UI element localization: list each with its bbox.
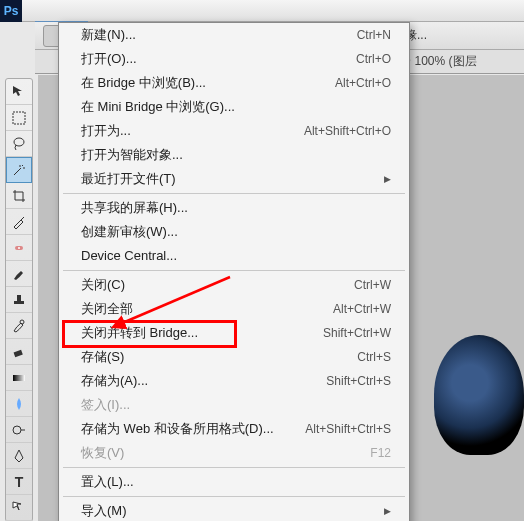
eyedropper-tool-icon[interactable] — [6, 209, 32, 235]
file-menu-item[interactable]: 关闭(C)Ctrl+W — [59, 273, 409, 297]
menu-item-shortcut: Ctrl+N — [357, 26, 391, 44]
menu-item-label: 共享我的屏幕(H)... — [81, 199, 188, 217]
history-brush-tool-icon[interactable] — [6, 313, 32, 339]
menu-item-shortcut: ▶ — [384, 170, 391, 188]
menu-item-label: 存储为(A)... — [81, 372, 148, 390]
menu-item-shortcut: F12 — [370, 444, 391, 462]
lasso-tool-icon[interactable] — [6, 131, 32, 157]
menu-item-shortcut: Ctrl+O — [356, 50, 391, 68]
file-menu-item: 签入(I)... — [59, 393, 409, 417]
photoshop-icon: Ps — [0, 0, 22, 22]
file-menu-item[interactable]: 共享我的屏幕(H)... — [59, 196, 409, 220]
tools-panel: T — [5, 78, 33, 521]
menu-item-label: 存储(S) — [81, 348, 124, 366]
gradient-tool-icon[interactable] — [6, 365, 32, 391]
svg-point-8 — [13, 426, 21, 434]
move-tool-icon[interactable] — [6, 79, 32, 105]
blur-tool-icon[interactable] — [6, 391, 32, 417]
title-bar: Ps — [0, 0, 524, 22]
menu-item-shortcut: Shift+Ctrl+S — [326, 372, 391, 390]
brush-tool-icon[interactable] — [6, 261, 32, 287]
file-menu-item: 恢复(V)F12 — [59, 441, 409, 465]
menu-item-label: Device Central... — [81, 247, 177, 265]
type-tool-icon[interactable]: T — [6, 469, 32, 495]
svg-rect-4 — [14, 301, 24, 304]
menu-item-label: 创建新审核(W)... — [81, 223, 178, 241]
menu-separator — [63, 496, 405, 497]
menu-item-label: 恢复(V) — [81, 444, 124, 462]
svg-rect-6 — [14, 349, 23, 356]
dodge-tool-icon[interactable] — [6, 417, 32, 443]
file-menu-item[interactable]: 打开为...Alt+Shift+Ctrl+O — [59, 119, 409, 143]
menu-item-label: 新建(N)... — [81, 26, 136, 44]
menu-item-label: 置入(L)... — [81, 473, 134, 491]
menu-item-shortcut: Ctrl+W — [354, 276, 391, 294]
menu-item-label: 打开(O)... — [81, 50, 137, 68]
menu-item-shortcut: Alt+Ctrl+O — [335, 74, 391, 92]
file-menu-item[interactable]: 打开(O)...Ctrl+O — [59, 47, 409, 71]
menu-item-label: 关闭(C) — [81, 276, 125, 294]
file-menu-item[interactable]: 关闭全部Alt+Ctrl+W — [59, 297, 409, 321]
menu-separator — [63, 270, 405, 271]
file-menu-item[interactable]: 关闭并转到 Bridge...Shift+Ctrl+W — [59, 321, 409, 345]
file-menu-item[interactable]: 存储为 Web 和设备所用格式(D)...Alt+Shift+Ctrl+S — [59, 417, 409, 441]
svg-rect-3 — [17, 295, 21, 301]
stamp-tool-icon[interactable] — [6, 287, 32, 313]
menu-item-shortcut: Alt+Ctrl+W — [333, 300, 391, 318]
path-tool-icon[interactable] — [6, 495, 32, 521]
menu-item-label: 打开为... — [81, 122, 131, 140]
file-menu-item[interactable]: 在 Mini Bridge 中浏览(G)... — [59, 95, 409, 119]
menu-item-label: 在 Mini Bridge 中浏览(G)... — [81, 98, 235, 116]
marquee-tool-icon[interactable] — [6, 105, 32, 131]
svg-rect-7 — [13, 375, 25, 381]
menu-item-label: 签入(I)... — [81, 396, 130, 414]
menu-item-label: 在 Bridge 中浏览(B)... — [81, 74, 206, 92]
file-menu-item[interactable]: 存储(S)Ctrl+S — [59, 345, 409, 369]
menu-item-label: 关闭全部 — [81, 300, 133, 318]
svg-point-1 — [14, 138, 24, 146]
file-menu-item[interactable]: 创建新审核(W)... — [59, 220, 409, 244]
menu-item-label: 打开为智能对象... — [81, 146, 183, 164]
svg-rect-0 — [13, 112, 25, 124]
pen-tool-icon[interactable] — [6, 443, 32, 469]
wand-tool-icon[interactable] — [6, 157, 32, 183]
file-menu-item[interactable]: 打开为智能对象... — [59, 143, 409, 167]
eraser-tool-icon[interactable] — [6, 339, 32, 365]
crop-tool-icon[interactable] — [6, 183, 32, 209]
file-menu-item[interactable]: 最近打开文件(T)▶ — [59, 167, 409, 191]
file-menu-item[interactable]: 存储为(A)...Shift+Ctrl+S — [59, 369, 409, 393]
menu-item-shortcut: Alt+Shift+Ctrl+O — [304, 122, 391, 140]
file-menu-item[interactable]: 导入(M)▶ — [59, 499, 409, 521]
menu-item-shortcut: Shift+Ctrl+W — [323, 324, 391, 342]
file-menu-dropdown: 新建(N)...Ctrl+N打开(O)...Ctrl+O在 Bridge 中浏览… — [58, 22, 410, 521]
menu-item-shortcut: ▶ — [384, 502, 391, 520]
menu-item-label: 最近打开文件(T) — [81, 170, 176, 188]
file-menu-item[interactable]: 置入(L)... — [59, 470, 409, 494]
document-image — [434, 335, 524, 455]
menu-separator — [63, 467, 405, 468]
menu-item-label: 存储为 Web 和设备所用格式(D)... — [81, 420, 274, 438]
file-menu-item[interactable]: Device Central... — [59, 244, 409, 268]
menu-item-label: 导入(M) — [81, 502, 127, 520]
file-menu-item[interactable]: 在 Bridge 中浏览(B)...Alt+Ctrl+O — [59, 71, 409, 95]
file-menu-item[interactable]: 新建(N)...Ctrl+N — [59, 23, 409, 47]
menu-item-shortcut: Alt+Shift+Ctrl+S — [305, 420, 391, 438]
healing-tool-icon[interactable] — [6, 235, 32, 261]
menu-item-shortcut: Ctrl+S — [357, 348, 391, 366]
menu-separator — [63, 193, 405, 194]
menu-item-label: 关闭并转到 Bridge... — [81, 324, 198, 342]
